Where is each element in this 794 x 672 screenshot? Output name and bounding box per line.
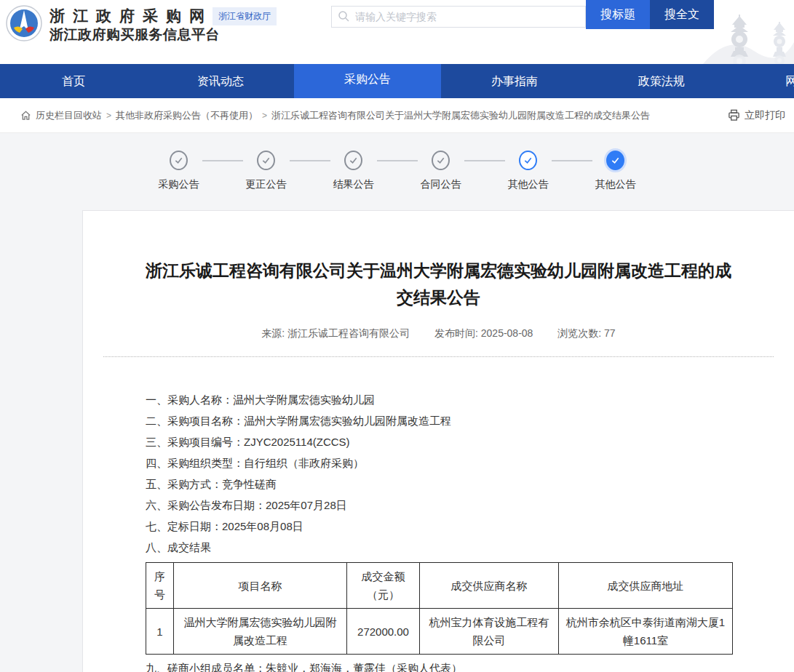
article-source: 来源: 浙江乐诚工程咨询有限公司 <box>261 327 410 339</box>
check-circle-icon <box>519 151 537 170</box>
check-circle-icon <box>606 151 624 170</box>
cell-amount: 272000.00 <box>347 609 420 655</box>
line-result-heading: 八、成交结果 <box>146 537 731 558</box>
step-connector <box>377 160 418 161</box>
content-background: 采购公告 更正公告 结果公告 合同公告 其他公告 <box>0 133 794 672</box>
step-connector <box>464 160 505 161</box>
article-card: 浙江乐诚工程咨询有限公司关于温州大学附属宏德实验幼儿园附属改造工程的成交结果公告… <box>82 210 794 672</box>
award-result-table: 序号 项目名称 成交金额（元） 成交供应商名称 成交供应商地址 1 温州大学附属… <box>146 562 733 655</box>
step-contract-notice[interactable]: 合同公告 <box>418 151 464 191</box>
table-header-row: 序号 项目名称 成交金额（元） 成交供应商名称 成交供应商地址 <box>146 563 733 609</box>
col-header-no: 序号 <box>146 563 174 609</box>
line-project-name: 二、采购项目名称：温州大学附属宏德实验幼儿园附属改造工程 <box>146 410 731 431</box>
col-header-supplier: 成交供应商名称 <box>420 563 559 609</box>
line-panel-members: 九、磋商小组成员名单：朱競业，郑海海，董露佳（采购人代表） <box>146 657 731 672</box>
breadcrumb-separator: > <box>106 111 111 121</box>
col-header-amount: 成交金额（元） <box>347 563 420 609</box>
step-correction-notice[interactable]: 更正公告 <box>243 151 290 191</box>
home-icon <box>20 110 31 121</box>
nav-item-procurement-notice[interactable]: 采购公告 <box>294 60 441 98</box>
step-connector <box>202 160 243 161</box>
line-procurement-method: 五、采购方式：竞争性磋商 <box>146 473 731 495</box>
col-header-project: 项目名称 <box>174 563 347 609</box>
line-notice-date: 六、采购公告发布日期：2025年07月28日 <box>146 495 731 516</box>
step-other-notice-current[interactable]: 其他公告 <box>592 151 639 191</box>
breadcrumb-item-recycle[interactable]: 历史栏目回收站 <box>36 109 102 122</box>
breadcrumb-separator: > <box>262 111 267 121</box>
step-connector <box>552 160 592 161</box>
page-header: 浙江政府采购网 浙江政府购买服务信息平台 浙江省财政厅 搜标题 搜全文 <box>0 0 794 64</box>
article-meta: 来源: 浙江乐诚工程咨询有限公司 发布时间: 2025-08-08 浏览次数: … <box>146 327 731 340</box>
check-circle-icon <box>344 151 362 170</box>
site-title: 浙江政府采购网 <box>49 7 220 25</box>
nav-item-guide[interactable]: 办事指南 <box>441 64 588 98</box>
nav-item-policy[interactable]: 政策法规 <box>588 64 735 98</box>
main-nav: 首页 资讯动态 采购公告 办事指南 政策法规 网站工具 <box>0 64 794 98</box>
article-title: 浙江乐诚工程咨询有限公司关于温州大学附属宏德实验幼儿园附属改造工程的成交结果公告 <box>146 257 731 311</box>
breadcrumb-item-category[interactable]: 其他非政府采购公告（不再使用） <box>116 109 258 122</box>
cell-address: 杭州市余杭区中泰街道南湖大厦1幢1611室 <box>559 609 733 655</box>
step-connector <box>290 160 330 161</box>
pagoda-decoration-icon <box>703 13 794 64</box>
article-publish-time: 发布时间: 2025-08-08 <box>434 327 533 339</box>
cell-project: 温州大学附属宏德实验幼儿园附属改造工程 <box>174 609 347 655</box>
nav-item-tools[interactable]: 网站工具 <box>735 64 794 98</box>
step-result-notice[interactable]: 结果公告 <box>330 151 377 191</box>
line-purchaser: 一、采购人名称：温州大学附属宏德实验幼儿园 <box>146 389 731 410</box>
printer-icon <box>728 109 740 121</box>
breadcrumb-item-current: 浙江乐诚工程咨询有限公司关于温州大学附属宏德实验幼儿园附属改造工程的成交结果公告 <box>271 109 650 122</box>
search-icon <box>338 10 349 22</box>
check-circle-icon <box>432 151 450 170</box>
table-row: 1 温州大学附属宏德实验幼儿园附属改造工程 272000.00 杭州宝力体育设施… <box>146 609 733 655</box>
col-header-address: 成交供应商地址 <box>559 563 733 609</box>
search-group: 搜标题 搜全文 <box>331 0 714 29</box>
gov-badge: 浙江省财政厅 <box>213 7 277 25</box>
divider <box>103 356 774 357</box>
notice-type-steps: 采购公告 更正公告 结果公告 合同公告 其他公告 <box>0 151 794 191</box>
site-subtitle: 浙江政府购买服务信息平台 <box>49 25 220 44</box>
cell-no: 1 <box>146 609 174 655</box>
line-organization-type: 四、采购组织类型：自行组织（非政府采购） <box>146 452 731 473</box>
article-view-count: 浏览次数: 77 <box>557 327 615 339</box>
line-award-date: 七、定标日期：2025年08月08日 <box>146 516 731 537</box>
print-button[interactable]: 立即打印 <box>718 109 785 122</box>
search-title-button[interactable]: 搜标题 <box>586 0 650 29</box>
cell-supplier: 杭州宝力体育设施工程有限公司 <box>420 609 559 655</box>
article-body: 一、采购人名称：温州大学附属宏德实验幼儿园 二、采购项目名称：温州大学附属宏德实… <box>146 389 731 672</box>
check-circle-icon <box>257 151 275 170</box>
nav-item-home[interactable]: 首页 <box>0 64 147 98</box>
step-procurement-notice[interactable]: 采购公告 <box>156 151 202 191</box>
site-logo-icon <box>6 5 42 41</box>
search-input[interactable] <box>331 6 586 28</box>
check-circle-icon <box>170 151 188 170</box>
breadcrumb: 历史栏目回收站 > 其他非政府采购公告（不再使用） > 浙江乐诚工程咨询有限公司… <box>0 98 794 133</box>
step-other-notice[interactable]: 其他公告 <box>505 151 552 191</box>
nav-item-news[interactable]: 资讯动态 <box>147 64 294 98</box>
line-project-number: 三、采购项目编号：ZJYC2025114(ZCCS) <box>146 431 731 452</box>
